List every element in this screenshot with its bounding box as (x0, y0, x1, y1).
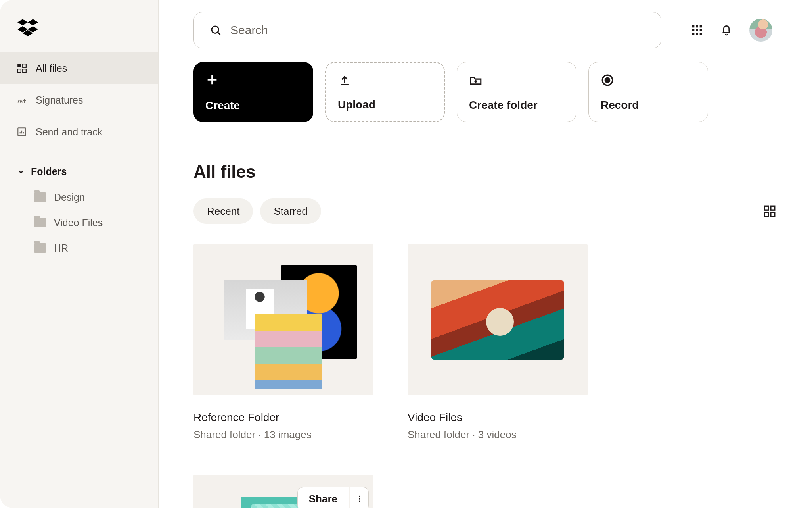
record-button[interactable]: Record (588, 62, 708, 122)
filter-recent[interactable]: Recent (193, 198, 253, 224)
search-icon (210, 24, 222, 36)
card-subtitle: Shared folder · 3 videos (408, 429, 588, 441)
svg-point-16 (605, 78, 609, 82)
avatar[interactable] (749, 19, 772, 42)
card-thumbnail: Client Agreement Share Save a copy Send … (193, 475, 373, 508)
action-label: Create folder (469, 99, 564, 112)
svg-point-21 (359, 496, 360, 497)
filters: Recent Starred (193, 198, 776, 224)
nav-signatures[interactable]: Signatures (0, 84, 158, 116)
folder-label: Video Files (54, 217, 103, 229)
card-client-agreement[interactable]: Client Agreement Share Save a copy Send … (193, 475, 373, 508)
svg-rect-19 (764, 212, 768, 216)
chart-box-icon (17, 127, 27, 137)
chevron-down-icon (17, 167, 25, 176)
card-video-files[interactable]: Video Files Shared folder · 3 videos (408, 244, 588, 441)
search-input[interactable] (230, 23, 645, 37)
create-folder-button[interactable]: Create folder (457, 62, 576, 122)
svg-point-22 (359, 498, 360, 500)
card-title: Reference Folder (193, 411, 373, 424)
action-label: Create (205, 99, 301, 112)
bell-icon[interactable] (720, 24, 733, 37)
folder-plus-icon (469, 73, 483, 87)
nav-label: All files (36, 63, 67, 74)
grid-icon (17, 63, 27, 73)
nav-all-files[interactable]: All files (0, 52, 158, 84)
svg-point-5 (212, 26, 219, 33)
svg-rect-1 (23, 64, 26, 67)
card-thumbnail (193, 244, 373, 395)
svg-rect-14 (700, 33, 702, 35)
files-grid: Reference Folder Shared folder · 13 imag… (193, 244, 776, 508)
record-icon (601, 73, 614, 87)
plus-icon (205, 73, 219, 87)
nav-send-and-track[interactable]: Send and track (0, 116, 158, 148)
svg-rect-8 (700, 25, 702, 27)
more-vertical-icon (355, 495, 364, 503)
folder-hr[interactable]: HR (0, 235, 158, 261)
svg-rect-3 (23, 69, 26, 73)
svg-rect-12 (692, 33, 694, 35)
svg-rect-18 (771, 206, 775, 210)
folder-label: HR (54, 242, 68, 254)
folders-header-label: Folders (31, 166, 67, 177)
card-reference-folder[interactable]: Reference Folder Shared folder · 13 imag… (193, 244, 373, 441)
folder-icon (34, 192, 46, 202)
action-label: Record (601, 99, 696, 112)
svg-rect-13 (696, 33, 698, 35)
svg-rect-2 (17, 69, 21, 73)
dropbox-logo[interactable] (0, 19, 158, 52)
svg-point-23 (359, 501, 360, 502)
card-thumbnail (408, 244, 588, 395)
svg-rect-10 (696, 29, 698, 31)
card-subtitle: Shared folder · 13 images (193, 429, 373, 441)
svg-rect-6 (692, 25, 694, 27)
card-title: Video Files (408, 411, 588, 424)
nav-label: Send and track (36, 126, 102, 138)
folder-design[interactable]: Design (0, 185, 158, 210)
page-title: All files (193, 162, 776, 182)
svg-rect-7 (696, 25, 698, 27)
quick-actions: Create Upload Create folder Record (193, 62, 776, 122)
top-bar (193, 12, 776, 48)
search-box[interactable] (193, 12, 661, 48)
create-button[interactable]: Create (193, 62, 313, 122)
folder-label: Design (54, 192, 85, 203)
sidebar: All files Signatures Send and track Fold… (0, 0, 159, 508)
action-label: Upload (338, 98, 432, 111)
main: Create Upload Create folder Record (159, 0, 812, 508)
apps-grid-icon[interactable] (691, 24, 703, 37)
svg-rect-20 (771, 212, 775, 216)
signature-icon (17, 95, 27, 105)
folder-video-files[interactable]: Video Files (0, 210, 158, 235)
svg-rect-17 (764, 206, 768, 210)
more-options-button[interactable] (350, 487, 369, 508)
upload-button[interactable]: Upload (325, 62, 445, 122)
svg-rect-9 (692, 29, 694, 31)
folder-icon (34, 218, 46, 227)
svg-rect-11 (700, 29, 702, 31)
svg-rect-0 (17, 64, 21, 67)
grid-view-icon[interactable] (763, 204, 776, 218)
folders-header[interactable]: Folders (0, 148, 158, 185)
filter-starred[interactable]: Starred (260, 198, 321, 224)
nav-label: Signatures (36, 94, 83, 106)
share-button[interactable]: Share (297, 487, 349, 508)
upload-icon (338, 74, 351, 87)
folder-icon (34, 243, 46, 253)
